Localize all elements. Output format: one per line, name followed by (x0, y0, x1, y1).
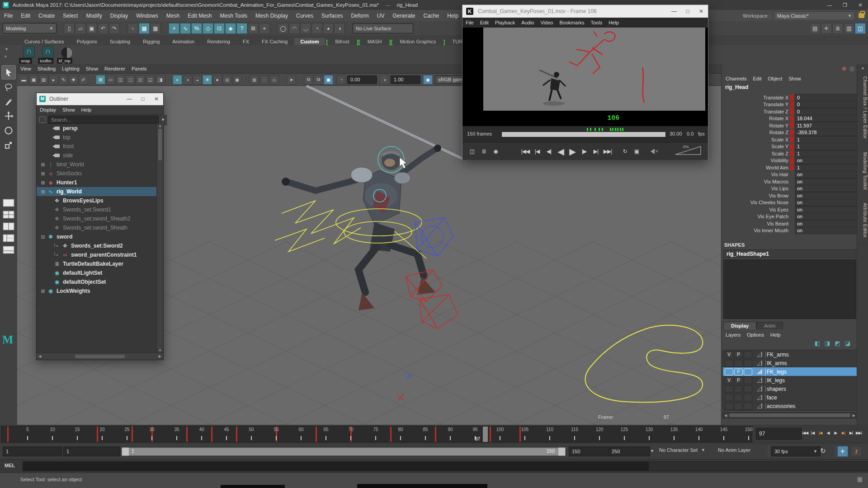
channel-value-field[interactable]: 1 (795, 143, 857, 150)
range-slider-track[interactable]: 1 150 (121, 447, 566, 456)
playback-toggle[interactable] (734, 394, 743, 401)
live-surface-field[interactable]: No Live Surface (353, 23, 413, 33)
panel-menu-view[interactable]: View (17, 66, 34, 71)
channel-value-field[interactable]: on (795, 192, 857, 199)
toggle-tool-settings[interactable]: ▥ (844, 23, 854, 34)
channel-row-vis-eyes[interactable]: Vis Eyeson (722, 206, 857, 213)
curve-snap-a-icon[interactable]: ◠ (289, 23, 300, 34)
go-to-start-button[interactable]: |◀◀ (801, 427, 809, 438)
channel-row-rotate-y[interactable]: Rotate Y11.597 (722, 122, 857, 129)
outliner-hscrollbar[interactable]: ◀ ▶ (37, 352, 163, 360)
channel-row-translate-y[interactable]: Translate Y0 (722, 101, 857, 108)
player-menu-edit[interactable]: Edit (477, 20, 492, 25)
layer-menu-help[interactable]: Help (767, 332, 784, 338)
channel-value-field[interactable]: on (795, 206, 857, 213)
outliner-menu-display[interactable]: Display (37, 107, 59, 113)
layout-two-pane-button[interactable] (2, 221, 15, 231)
outliner-item-side[interactable]: side (37, 151, 157, 160)
channel-value-field[interactable]: 1 (795, 150, 857, 157)
expand-toggle-icon[interactable]: ⊞ (39, 162, 47, 168)
step-back-key-button[interactable]: |◀ (809, 427, 816, 438)
camera-attrs-icon[interactable]: ▤ (39, 75, 48, 84)
shape-name-row[interactable]: rig_HeadShape1 (723, 249, 856, 258)
select-by-object-icon[interactable]: ▦ (139, 23, 150, 34)
chevron-down-icon[interactable]: ▼ (650, 449, 654, 453)
palette-icon[interactable]: ◉ (490, 145, 501, 158)
menu-deform[interactable]: Deform (347, 13, 373, 19)
layer-type-icon[interactable] (757, 369, 763, 375)
shelf-tab-custom[interactable]: Custom (294, 38, 326, 45)
display-type-toggle[interactable] (744, 394, 752, 401)
ambient-occlusion-icon[interactable]: ◎ (222, 75, 232, 84)
channel-value-field[interactable]: 11.597 (795, 122, 857, 129)
play-backwards-button[interactable]: ◀ (555, 145, 566, 158)
outliner-item-lockweights[interactable]: ⊞◉LockWeights (37, 286, 157, 296)
outliner-item-defaultobjectset[interactable]: ◉defaultObjectSet (37, 277, 157, 286)
outliner-item-bind-world[interactable]: ⊞⟨bind_World (37, 160, 157, 169)
channel-row-scale-x[interactable]: Scale X1 (722, 136, 857, 143)
menu-modify[interactable]: Modify (82, 13, 106, 19)
layer-row-accessories[interactable]: accessories (723, 402, 857, 410)
outliner-item-top[interactable]: top (37, 133, 157, 142)
channel-row-vis-macros[interactable]: Vis Macroson (722, 178, 857, 185)
display-type-toggle[interactable] (744, 377, 752, 384)
isolate-select-icon[interactable]: ⧉ (304, 75, 313, 84)
expand-toggle-icon[interactable]: ⊟ (39, 234, 47, 240)
redo-icon[interactable]: ↷ (109, 23, 120, 34)
expand-toggle-icon[interactable]: ⊞ (39, 171, 47, 177)
layer-move-down-icon[interactable]: ◪ (845, 340, 850, 347)
player-title-bar[interactable]: K Combat_Games_KeyPoses_01.mov - Frame 1… (462, 5, 708, 18)
outliner-item-swords-set-sword-sheath2[interactable]: ❖Swords_set:sword_Sheath2 (37, 214, 157, 223)
volume-control[interactable]: 0% (675, 145, 702, 157)
maximize-button[interactable]: □ (681, 5, 694, 18)
maximize-button[interactable]: ❐ (837, 0, 853, 10)
anim-end-field[interactable]: 250 (609, 446, 650, 456)
toggle-channel-box[interactable]: ◫ (855, 23, 866, 34)
play-forwards-button[interactable]: ▶ (566, 145, 578, 158)
menu-mesh-tools[interactable]: Mesh Tools (216, 13, 251, 19)
expand-toggle-icon[interactable]: ⊞ (39, 189, 47, 195)
layout-outliner-persp-button[interactable] (2, 233, 15, 243)
scroll-left-icon[interactable]: ◀ (37, 354, 43, 358)
play-start-field[interactable]: 1 (63, 446, 120, 456)
lock-camera-icon[interactable]: ▣ (29, 75, 38, 84)
player-menu-help[interactable]: Help (605, 20, 622, 25)
toggle-modeling-toolkit[interactable]: ▤ (810, 23, 821, 34)
playback-toggle[interactable] (734, 360, 743, 367)
outliner-item-rig-world[interactable]: ⊞∿rig_World (37, 187, 157, 196)
outliner-title-bar[interactable]: M Outliner — □ ✕ (37, 93, 163, 105)
display-type-toggle[interactable] (744, 403, 752, 410)
shelf-tab-sculpting[interactable]: Sculpting (104, 38, 137, 45)
channel-row-vis-inner-mouth[interactable]: Vis Inner Mouthon (722, 227, 857, 235)
channel-row-translate-z[interactable]: Translate Z0 (722, 108, 857, 115)
play-forwards-button[interactable]: ▶ (832, 427, 840, 438)
step-forward-key-button[interactable]: ▶| (590, 145, 602, 158)
menu-mesh-display[interactable]: Mesh Display (251, 13, 292, 19)
shelf-item-kf-mp[interactable]: kf_mp (57, 46, 76, 64)
visibility-toggle[interactable]: V (725, 351, 733, 358)
layer-add-selected-icon[interactable]: ◨ (825, 340, 830, 347)
menu-mesh[interactable]: Mesh (162, 13, 184, 19)
grease-pencil-icon[interactable]: ✐ (79, 75, 88, 84)
channel-box-menu-edit[interactable]: Edit (750, 76, 764, 81)
shelf-menu-arrow-icon[interactable]: ▾ (5, 54, 7, 59)
layer-row-fk-legs[interactable]: PFK_legs (723, 367, 857, 376)
color-management-icon[interactable]: ◉ (423, 75, 433, 84)
timeline-ruler[interactable]: 5101520253035404550556065707580859095100… (1, 426, 752, 442)
scroll-down-icon[interactable]: ▼ (157, 348, 163, 352)
channel-box-menu-object[interactable]: Object (764, 76, 785, 81)
lasso-tool[interactable] (2, 80, 15, 94)
workspace-dropdown[interactable]: Maya Classic* ▼ (774, 11, 855, 20)
symmetry-icon[interactable]: ➤ (287, 75, 296, 84)
play-backwards-button[interactable]: ◀ (824, 427, 832, 438)
channel-row-scale-z[interactable]: Scale Z1 (722, 150, 857, 157)
toggle-attribute-editor[interactable]: ≣ (832, 23, 843, 34)
shaded-mode-icon[interactable]: ◑ (183, 75, 192, 84)
outliner-item-swords-set-sword2[interactable]: └•❖Swords_set:Sword2 (37, 241, 157, 250)
layer-row-ik-arms[interactable]: IK_arms (723, 359, 857, 367)
channel-box-menu-show[interactable]: Show (785, 76, 804, 81)
select-tool[interactable] (1, 65, 16, 80)
highlight-selection-icon[interactable]: ⌖ (259, 23, 270, 34)
player-menu-video[interactable]: Video (537, 20, 556, 25)
dock-tab-attribute-editor[interactable]: Attribute Editor (857, 197, 868, 244)
